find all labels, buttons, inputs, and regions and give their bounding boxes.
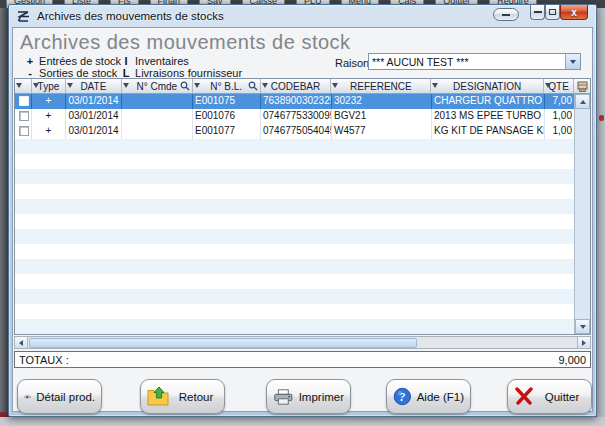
aide-label: Aide (F1)	[417, 391, 464, 403]
table-empty-row	[15, 304, 590, 319]
scroll-left-button[interactable]	[15, 337, 28, 348]
row-checkbox[interactable]	[19, 111, 29, 121]
legend-inventaires: I Inventaires	[120, 55, 189, 67]
column-header-marker[interactable]	[15, 79, 32, 94]
filter-icon[interactable]	[67, 83, 73, 88]
table-empty-row	[15, 274, 590, 289]
column-header-label: Type	[38, 81, 60, 92]
archives-dialog: Archives des mouvements de stocks x Arch…	[8, 4, 597, 417]
aide-button[interactable]: ? Aide (F1)	[386, 379, 471, 414]
raisons-dropdown[interactable]: *** AUCUN TEST ***	[368, 53, 581, 70]
search-icon[interactable]	[180, 81, 190, 91]
cell-codebar: 0746775054045	[261, 124, 332, 139]
column-header-bl[interactable]: N° B.L.	[193, 79, 261, 94]
detail-prod-button[interactable]: Détail prod.	[17, 379, 102, 414]
arrow-up-icon	[580, 100, 586, 104]
legend-entries-label: Entrées de stock	[39, 55, 121, 67]
table-empty-row	[15, 154, 590, 169]
printer-icon	[273, 388, 294, 406]
cell-designation: CHARGEUR QUATTRO PLUS + 2	[432, 94, 545, 109]
cell-qte: 1,00	[545, 109, 575, 124]
scroll-up-button[interactable]	[575, 94, 590, 109]
table-empty-row	[15, 184, 590, 199]
column-header-reference[interactable]: REFERENCE	[331, 79, 431, 94]
filter-icon[interactable]	[33, 83, 39, 88]
table-empty-row	[15, 259, 590, 274]
column-header-label: REFERENCE	[350, 81, 412, 92]
vertical-scrollbar[interactable]	[574, 94, 590, 334]
column-header-label: DATE	[80, 81, 106, 92]
table-empty-row	[15, 199, 590, 214]
quitter-label: Quitter	[539, 391, 585, 403]
table-empty-row	[15, 289, 590, 304]
column-header-label: DESIGNATION	[453, 81, 521, 92]
pill-minimize-button[interactable]	[493, 8, 519, 21]
background-window-edge-left	[0, 8, 8, 420]
quit-icon	[514, 387, 534, 406]
cell-type: +	[32, 124, 66, 139]
cell-codebar: 7638900302325	[261, 94, 332, 109]
dash-icon	[502, 14, 510, 16]
legend-inventaires-label: Inventaires	[135, 55, 189, 67]
column-header-qte[interactable]: QTE	[544, 79, 574, 94]
maximize-icon	[549, 9, 556, 15]
filter-icon[interactable]	[194, 83, 200, 88]
horizontal-scroll-thumb[interactable]	[29, 338, 417, 348]
dialog-content: Archives des mouvements de stock + Entré…	[12, 27, 593, 412]
filter-icon[interactable]	[123, 83, 129, 88]
minimize-icon	[534, 11, 542, 13]
table-corner-cell[interactable]	[574, 79, 590, 94]
background-window-edge-right	[597, 8, 605, 420]
cell-reference: 30232	[332, 94, 432, 109]
filter-icon[interactable]	[262, 83, 268, 88]
filter-icon[interactable]	[545, 83, 551, 88]
titlebar[interactable]: Archives des mouvements de stocks x	[9, 5, 596, 27]
imprimer-label: Imprimer	[299, 391, 344, 403]
arrow-down-icon	[580, 325, 586, 329]
stock-movements-table: Type DATE N° Cmde N° B.L. CODEBAR REFERE…	[14, 78, 591, 335]
cell-type: +	[32, 109, 66, 124]
dropdown-arrow-button[interactable]	[565, 54, 580, 69]
cell-date: 03/01/2014	[66, 124, 122, 139]
table-row[interactable]: + 03/01/2014 E001075 7638900302325 30232…	[15, 94, 590, 109]
cell-date: 03/01/2014	[66, 109, 122, 124]
retour-button[interactable]: Retour	[140, 379, 225, 414]
scroll-right-button[interactable]	[577, 337, 590, 348]
detail-prod-label: Détail prod.	[36, 391, 95, 403]
cell-qte: 1,00	[545, 124, 575, 139]
maximize-button[interactable]	[545, 5, 560, 20]
help-icon: ?	[393, 386, 412, 407]
filter-icon[interactable]	[332, 83, 338, 88]
horizontal-scrollbar[interactable]	[14, 336, 591, 349]
cell-bl: E001075	[193, 94, 261, 109]
column-header-designation[interactable]: DESIGNATION	[431, 79, 544, 94]
quitter-button[interactable]: Quitter	[507, 379, 592, 414]
search-icon[interactable]	[248, 81, 258, 91]
scroll-down-button[interactable]	[575, 319, 590, 334]
totals-value: 9,000	[558, 354, 586, 366]
table-header: Type DATE N° Cmde N° B.L. CODEBAR REFERE…	[15, 79, 590, 94]
filter-icon[interactable]	[432, 83, 438, 88]
minimize-button[interactable]	[530, 5, 545, 20]
column-header-codebar[interactable]: CODEBAR	[261, 79, 332, 94]
totals-bar: TOTAUX : 9,000	[14, 351, 591, 368]
column-header-label: N° Cmde	[136, 81, 177, 92]
table-row[interactable]: + 03/01/2014 E001076 0746775330095 BGV21…	[15, 109, 590, 124]
filter-icon[interactable]	[16, 83, 22, 88]
svg-text:?: ?	[399, 391, 405, 404]
close-button[interactable]: x	[560, 5, 588, 20]
folder-up-icon	[147, 386, 169, 407]
column-header-cmde[interactable]: N° Cmde	[122, 79, 193, 94]
print-grid-icon	[577, 81, 588, 92]
column-header-type[interactable]: Type	[32, 79, 66, 94]
column-header-label: CODEBAR	[271, 81, 320, 92]
imprimer-button[interactable]: Imprimer	[266, 379, 351, 414]
row-checkbox[interactable]	[19, 96, 29, 106]
column-header-date[interactable]: DATE	[66, 79, 122, 94]
cell-designation: 2013 MS EPEE TURBO MAX STE	[432, 109, 545, 124]
cell-cmde	[122, 124, 193, 139]
arrow-left-icon	[19, 340, 23, 346]
table-row[interactable]: + 03/01/2014 E001077 0746775054045 W4577…	[15, 124, 590, 139]
row-checkbox[interactable]	[19, 126, 29, 136]
app-icon	[16, 10, 31, 23]
